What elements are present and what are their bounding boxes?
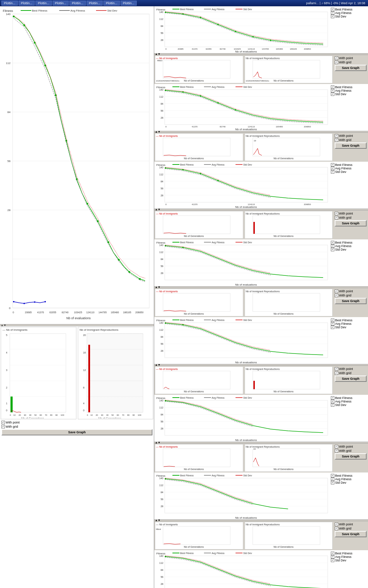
svg-text:Nb of Immigrant Reproductions: Nb of Immigrant Reproductions xyxy=(246,135,280,138)
save-graph-2[interactable]: Save Graph xyxy=(335,142,367,149)
svg-text:20685: 20685 xyxy=(178,48,184,50)
save-graph-3[interactable]: Save Graph xyxy=(335,220,367,226)
svg-text:100: 100 xyxy=(138,414,142,416)
svg-rect-217 xyxy=(163,216,230,234)
with-point-checkbox-left[interactable]: ✓ With point xyxy=(1,421,152,424)
svg-text:12: 12 xyxy=(83,369,86,371)
save-graph-7[interactable]: Save Graph xyxy=(335,531,367,537)
svg-text:10: 10 xyxy=(13,414,16,416)
svg-text:41370: 41370 xyxy=(192,48,198,50)
svg-text:Std Dev: Std Dev xyxy=(243,474,252,477)
svg-text:Std Dev: Std Dev xyxy=(243,163,252,166)
svg-point-173 xyxy=(217,102,219,104)
best-fitness-check-1[interactable]: ✓Best Fitness xyxy=(331,8,364,11)
svg-text:Mbiol: Mbiol xyxy=(156,528,161,530)
svg-text:56: 56 xyxy=(161,576,163,578)
taskbar-item[interactable]: Plottin... xyxy=(103,1,120,6)
svg-text:Std Dev: Std Dev xyxy=(243,241,252,244)
save-graph-6[interactable]: Save Graph xyxy=(335,453,367,460)
with-point-check-left[interactable]: ✓ xyxy=(1,421,5,424)
svg-rect-144 xyxy=(163,60,230,78)
svg-text:Avg Fitness: Avg Fitness xyxy=(212,86,225,89)
with-grid-check-left[interactable]: ✓ xyxy=(1,425,5,428)
svg-text:Nb of evaluations: Nb of evaluations xyxy=(235,50,257,52)
svg-text:— Nb of Immigrants: — Nb of Immigrants xyxy=(156,368,178,371)
svg-text:Avg Fitness: Avg Fitness xyxy=(212,474,225,477)
svg-text:165480: 165480 xyxy=(111,311,119,314)
reproductions-svg-left: Nb of Immigrant Reproductions 20 16 12 8… xyxy=(78,327,146,418)
svg-text:1020304050607080910o: 1020304050607080910o xyxy=(156,80,179,82)
svg-text:144795: 144795 xyxy=(98,311,107,314)
save-graph-1[interactable]: Save Graph xyxy=(335,65,367,71)
avg-fitness-check-1[interactable]: ✓Avg Fitness xyxy=(331,11,364,15)
svg-text:84: 84 xyxy=(161,258,163,260)
fitness-legend-2: ✓Best Fitness ✓Avg Fitness ✓Std Dev xyxy=(330,85,365,97)
svg-point-24 xyxy=(45,65,46,66)
with-grid-1[interactable]: ✓With grid xyxy=(335,61,367,64)
taskbar-item[interactable]: Plottin... xyxy=(69,1,86,6)
svg-text:82740: 82740 xyxy=(220,48,226,50)
svg-text:60: 60 xyxy=(117,414,119,416)
svg-rect-276 xyxy=(253,381,255,389)
svg-text:Nb of Generations: Nb of Generations xyxy=(184,468,204,470)
svg-point-125 xyxy=(182,13,184,15)
svg-text:28: 28 xyxy=(161,505,163,507)
svg-text:Nb of Immigrant Reproductions: Nb of Immigrant Reproductions xyxy=(246,523,280,526)
svg-text:5: 5 xyxy=(6,334,7,336)
taskbar-item[interactable]: Plottin... xyxy=(121,1,137,6)
svg-text:Nb of Generations: Nb of Generations xyxy=(273,390,293,393)
immigration-controls-1: ✓With point ✓With grid Save Graph xyxy=(334,56,367,83)
taskbar-item[interactable]: Plottin... xyxy=(53,1,69,6)
svg-text:Nb of Generations: Nb of Generations xyxy=(184,79,204,82)
svg-text:30: 30 xyxy=(101,414,103,416)
svg-text:84: 84 xyxy=(161,336,163,338)
svg-text:Nb of evaluations: Nb of evaluations xyxy=(235,128,257,130)
with-point-1[interactable]: ✓With point xyxy=(335,56,367,60)
svg-text:140: 140 xyxy=(159,244,163,246)
svg-text:Best Fitness: Best Fitness xyxy=(180,319,194,321)
svg-text:28: 28 xyxy=(161,117,163,119)
fitness-legend-1: ✓Best Fitness ✓Avg Fitness ✓Std Dev xyxy=(330,7,365,19)
std-dev-check-1[interactable]: ✓Std Dev xyxy=(331,15,364,18)
svg-text:56: 56 xyxy=(161,110,163,112)
svg-rect-275 xyxy=(253,371,320,389)
svg-text:84: 84 xyxy=(7,111,11,114)
svg-text:112: 112 xyxy=(159,251,163,253)
save-graph-5[interactable]: Save Graph xyxy=(335,376,367,382)
svg-text:Avg Fitness: Avg Fitness xyxy=(212,319,225,322)
svg-text:41370: 41370 xyxy=(37,311,44,314)
svg-rect-112 xyxy=(165,12,328,47)
taskbar-item[interactable]: Plottin... xyxy=(19,1,35,6)
svg-text:28: 28 xyxy=(161,39,163,41)
fitness-section-1: Fitness Best Fitness Avg Fitness Std Dev… xyxy=(154,6,368,53)
svg-text:Nb of Generations: Nb of Generations xyxy=(184,313,204,315)
svg-text:Nb of Immigrant Reproductions: Nb of Immigrant Reproductions xyxy=(246,446,280,448)
svg-point-126 xyxy=(200,17,201,18)
svg-text:112: 112 xyxy=(159,18,163,20)
svg-rect-248 xyxy=(253,293,320,312)
svg-text:Nb of Immigrant Reproductions: Nb of Immigrant Reproductions xyxy=(246,290,280,293)
immigration-controls-2: ✓With point ✓With grid Save Graph xyxy=(334,133,367,161)
taskbar-clock: pallami... | ♪ 68% | -0% | Wed Apr 2, 18… xyxy=(306,1,367,5)
svg-text:60: 60 xyxy=(40,414,42,416)
svg-text:Best Fitness: Best Fitness xyxy=(180,163,194,166)
taskbar-item[interactable]: Plottin... xyxy=(87,1,103,6)
svg-text:— Nb of Immigrants: — Nb of Immigrants xyxy=(156,446,178,448)
svg-text:Std Dev: Std Dev xyxy=(243,86,252,88)
svg-text:80: 80 xyxy=(50,414,53,416)
taskbar-item[interactable]: Plottin... xyxy=(35,1,52,6)
with-grid-checkbox-left[interactable]: ✓ With grid xyxy=(1,425,152,428)
svg-point-21 xyxy=(13,16,15,18)
taskbar-item[interactable]: Plottin... xyxy=(1,1,18,6)
svg-text:Best Fitness: Best Fitness xyxy=(180,474,194,477)
svg-rect-285 xyxy=(165,400,328,435)
svg-rect-230 xyxy=(165,245,328,280)
svg-text:Nb of Generations: Nb of Generations xyxy=(273,546,293,548)
svg-text:0: 0 xyxy=(87,414,88,416)
svg-text:Avg Fitness: Avg Fitness xyxy=(212,397,225,399)
save-graph-button-left[interactable]: Save Graph xyxy=(1,429,152,435)
svg-text:124110: 124110 xyxy=(86,311,94,314)
svg-text:144795: 144795 xyxy=(262,48,269,50)
save-graph-4[interactable]: Save Graph xyxy=(335,298,367,304)
svg-text:Std Dev: Std Dev xyxy=(243,319,252,321)
